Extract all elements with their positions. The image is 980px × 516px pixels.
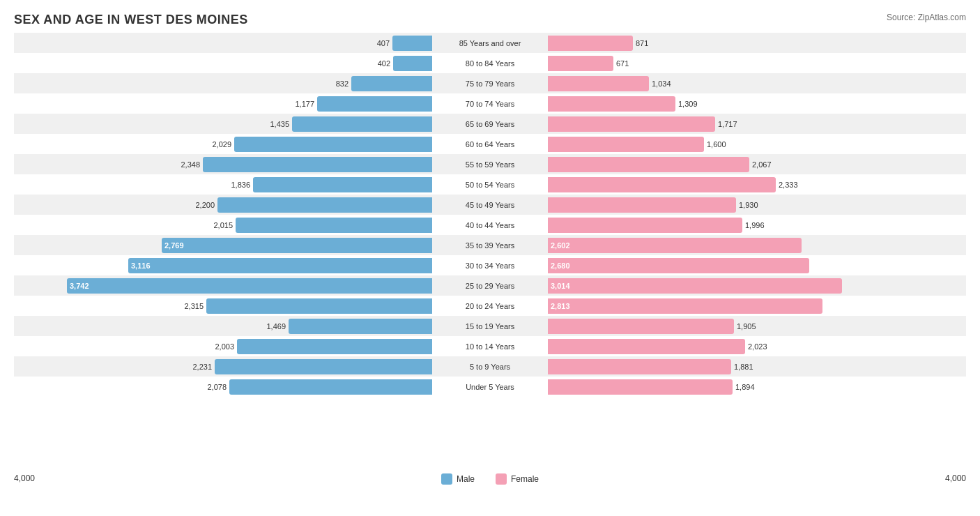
female-value-outside: 2,023 xyxy=(748,342,767,351)
chart-title: SEX AND AGE IN WEST DES MOINES xyxy=(14,13,966,27)
age-label: 60 to 64 Years xyxy=(432,140,548,149)
left-side: 1,836 xyxy=(14,174,432,195)
right-side: 1,600 xyxy=(548,134,966,154)
right-side: 1,905 xyxy=(548,316,966,336)
legend: Male Female xyxy=(441,473,539,485)
bar-male xyxy=(217,197,432,213)
female-color-box xyxy=(496,473,507,485)
female-value-outside: 2,333 xyxy=(779,181,798,189)
male-value-outside: 2,015 xyxy=(213,221,233,229)
right-side: 2,333 xyxy=(548,174,966,195)
female-value: 2,813 xyxy=(548,302,570,310)
age-label: 20 to 24 Years xyxy=(432,302,548,310)
bar-male xyxy=(392,36,432,51)
bar-male xyxy=(253,177,432,192)
left-side: 2,200 xyxy=(14,195,432,215)
bar-male xyxy=(236,218,432,233)
male-value-outside: 1,836 xyxy=(231,181,250,189)
right-side: 1,034 xyxy=(548,73,966,93)
age-label: 5 to 9 Years xyxy=(432,363,548,371)
bar-male: 3,116 xyxy=(128,258,432,273)
bar-female xyxy=(548,339,745,354)
x-axis-left: 4,000 xyxy=(14,473,35,485)
male-label: Male xyxy=(457,474,475,484)
female-value-outside: 1,996 xyxy=(745,221,765,229)
chart-area: 407 85 Years and over 871 402 80 to 84 Y… xyxy=(14,33,966,472)
legend-male: Male xyxy=(441,473,475,485)
left-side: 407 xyxy=(14,33,432,53)
age-label: 50 to 54 Years xyxy=(432,181,548,189)
left-side: 402 xyxy=(14,53,432,73)
age-label: 35 to 39 Years xyxy=(432,241,548,250)
female-value: 3,014 xyxy=(548,282,570,290)
left-side: 1,177 xyxy=(14,93,432,114)
bar-female xyxy=(548,197,736,213)
bar-male xyxy=(292,116,432,132)
age-label: 85 Years and over xyxy=(432,39,548,47)
legend-female: Female xyxy=(496,473,539,485)
age-label: 10 to 14 Years xyxy=(432,342,548,351)
table-row: 402 80 to 84 Years 671 xyxy=(14,53,966,73)
male-value-outside: 2,003 xyxy=(215,342,234,351)
male-value-outside: 1,435 xyxy=(270,120,289,128)
male-value-outside: 402 xyxy=(378,59,390,68)
chart-container: SEX AND AGE IN WEST DES MOINES Source: Z… xyxy=(0,0,980,516)
male-value: 3,742 xyxy=(67,282,89,290)
age-label: 65 to 69 Years xyxy=(432,120,548,128)
right-side: 1,930 xyxy=(548,195,966,215)
age-label: 75 to 79 Years xyxy=(432,79,548,88)
male-value-outside: 2,029 xyxy=(212,140,231,149)
bar-female xyxy=(548,36,633,51)
female-value-outside: 1,894 xyxy=(735,383,755,391)
right-side: 871 xyxy=(548,33,966,53)
male-value-outside: 1,177 xyxy=(295,100,314,108)
left-side: 3,116 xyxy=(14,255,432,275)
age-label: Under 5 Years xyxy=(432,383,548,391)
bar-male xyxy=(237,339,432,354)
female-value-outside: 1,034 xyxy=(652,79,671,88)
right-side: 1,309 xyxy=(548,93,966,114)
right-side: 1,881 xyxy=(548,356,966,377)
male-value: 2,769 xyxy=(162,241,184,250)
right-side: 2,602 xyxy=(548,235,966,255)
bar-female xyxy=(548,137,704,152)
table-row: 1,836 50 to 54 Years 2,333 xyxy=(14,174,966,195)
left-side: 2,029 xyxy=(14,134,432,154)
table-row: 407 85 Years and over 871 xyxy=(14,33,966,53)
left-side: 2,003 xyxy=(14,336,432,356)
bar-male: 3,742 xyxy=(67,278,432,294)
age-label: 55 to 59 Years xyxy=(432,160,548,169)
bar-female xyxy=(548,319,734,334)
female-value-outside: 871 xyxy=(636,39,648,47)
bar-female xyxy=(548,379,733,395)
left-side: 2,348 xyxy=(14,154,432,174)
left-side: 2,769 xyxy=(14,235,432,255)
right-side: 2,023 xyxy=(548,336,966,356)
left-side: 1,469 xyxy=(14,316,432,336)
age-label: 40 to 44 Years xyxy=(432,221,548,229)
bar-male xyxy=(206,298,432,314)
bar-female: 2,813 xyxy=(548,298,822,314)
right-side: 2,680 xyxy=(548,255,966,275)
table-row: 1,435 65 to 69 Years 1,717 xyxy=(14,114,966,134)
table-row: 2,769 35 to 39 Years 2,602 xyxy=(14,235,966,255)
bar-male xyxy=(215,359,432,374)
table-row: 1,469 15 to 19 Years 1,905 xyxy=(14,316,966,336)
male-color-box xyxy=(441,473,452,485)
female-value-outside: 1,717 xyxy=(718,120,737,128)
bar-female xyxy=(548,76,649,91)
left-side: 2,078 xyxy=(14,377,432,397)
table-row: 832 75 to 79 Years 1,034 xyxy=(14,73,966,93)
male-value-outside: 407 xyxy=(377,39,390,47)
table-row: 3,116 30 to 34 Years 2,680 xyxy=(14,255,966,275)
female-value-outside: 1,309 xyxy=(678,100,698,108)
bar-female xyxy=(548,116,715,132)
age-label: 45 to 49 Years xyxy=(432,201,548,209)
table-row: 2,200 45 to 49 Years 1,930 xyxy=(14,195,966,215)
male-value-outside: 2,200 xyxy=(195,201,215,209)
bar-female: 3,014 xyxy=(548,278,842,294)
female-label: Female xyxy=(511,474,539,484)
female-value: 2,680 xyxy=(548,261,570,270)
male-value-outside: 1,469 xyxy=(266,322,286,331)
table-row: 3,742 25 to 29 Years 3,014 xyxy=(14,275,966,296)
